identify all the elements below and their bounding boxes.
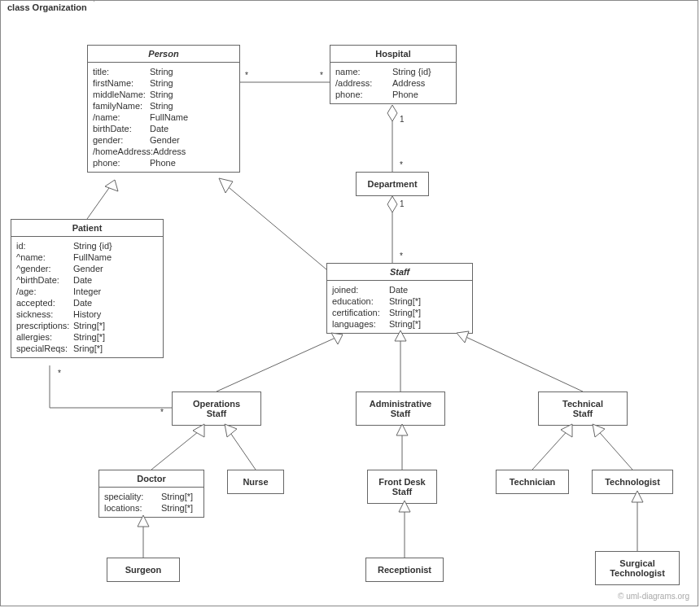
attr-row: /homeAddress:Address	[93, 146, 234, 157]
attr-row: middleName:String	[93, 89, 234, 100]
svg-marker-8	[219, 178, 233, 193]
organization-frame: class Organization Person title:Stringfi…	[0, 0, 698, 606]
class-surgeon: Surgeon	[107, 558, 180, 582]
attr-row: accepted:Date	[16, 297, 158, 308]
class-surgical-technologist: Surgical Technologist	[595, 551, 680, 585]
attr-row: id:String {id}	[16, 240, 158, 252]
svg-line-9	[217, 335, 343, 391]
class-doctor-name: Doctor	[99, 470, 203, 488]
attr-row: ^birthDate:Date	[16, 274, 158, 286]
attr-row: name:String {id}	[335, 66, 451, 77]
attr-row: gender:Gender	[93, 134, 234, 146]
class-technical-staff: Technical Staff	[538, 391, 628, 426]
mult-hospital-dept-bot: *	[400, 160, 403, 169]
attr-row: sickness:History	[16, 308, 158, 320]
svg-line-23	[595, 427, 632, 470]
attr-row: education:String[*]	[332, 295, 467, 307]
mult-hospital-dept-top: 1	[400, 115, 405, 124]
ops-line2: Staff	[176, 409, 257, 418]
admin-line1: Administrative	[360, 399, 441, 409]
attr-row: joined:Date	[332, 284, 467, 295]
attr-row: familyName:String	[93, 100, 234, 112]
tech-line1: Technical	[542, 399, 623, 409]
svg-marker-1	[387, 105, 397, 121]
class-person-name: Person	[88, 46, 239, 63]
mult-patient-ops-left: *	[58, 369, 61, 378]
class-receptionist: Receptionist	[365, 558, 444, 582]
attr-row: title:String	[93, 66, 234, 77]
class-front-desk-staff: Front Desk Staff	[367, 470, 437, 504]
frontdesk-line2: Staff	[371, 487, 433, 496]
svg-marker-24	[593, 424, 605, 437]
mult-dept-staff-bot: *	[400, 252, 403, 260]
attr-row: prescriptions:String[*]	[16, 320, 158, 331]
attr-row: phone:Phone	[93, 157, 234, 168]
attr-row: phone:Phone	[335, 89, 451, 100]
attr-row: /address:Address	[335, 77, 451, 89]
svg-line-21	[532, 427, 571, 470]
class-hospital: Hospital name:String {id}/address:Addres…	[330, 45, 457, 104]
class-hospital-attrs: name:String {id}/address:Addressphone:Ph…	[330, 63, 456, 103]
class-doctor-attrs: speciality:String[*]locations:String[*]	[99, 488, 203, 517]
svg-marker-6	[105, 180, 118, 191]
mult-dept-staff-top: 1	[400, 199, 405, 208]
frontdesk-line1: Front Desk	[371, 477, 433, 487]
class-technician: Technician	[496, 470, 569, 494]
class-person-attrs: title:StringfirstName:StringmiddleName:S…	[88, 63, 239, 172]
class-administrative-staff: Administrative Staff	[356, 391, 445, 426]
attr-row: /age:Integer	[16, 286, 158, 297]
class-patient: Patient id:String {id}^name:FullName^gen…	[11, 219, 164, 358]
ops-line1: Operations	[176, 399, 257, 409]
attr-row: locations:String[*]	[104, 502, 199, 514]
svg-marker-22	[561, 424, 572, 437]
surgtech-line1: Surgical	[599, 558, 676, 568]
attr-row: speciality:String[*]	[104, 491, 199, 502]
mult-person-hospital-left: *	[245, 71, 248, 80]
attr-row: ^name:FullName	[16, 252, 158, 263]
attr-row: allergies:String[*]	[16, 331, 158, 343]
frame-title: class Organization	[0, 0, 94, 14]
admin-line2: Staff	[360, 409, 441, 418]
svg-line-17	[227, 428, 256, 470]
mult-person-hospital-right: *	[320, 71, 323, 80]
attr-row: languages:String[*]	[332, 318, 467, 330]
class-hospital-name: Hospital	[330, 46, 456, 63]
svg-line-7	[225, 184, 326, 269]
class-nurse: Nurse	[227, 470, 284, 494]
attr-row: ^gender:Gender	[16, 263, 158, 274]
mult-patient-ops-right: *	[160, 408, 164, 417]
svg-line-5	[87, 180, 115, 219]
class-doctor: Doctor speciality:String[*]locations:Str…	[98, 470, 204, 518]
class-staff: Staff joined:Dateeducation:String[*]cert…	[326, 263, 473, 334]
svg-marker-3	[387, 196, 397, 212]
svg-line-13	[461, 335, 583, 391]
class-patient-name: Patient	[11, 220, 163, 237]
attr-row: birthDate:Date	[93, 123, 234, 134]
attr-row: firstName:String	[93, 77, 234, 89]
class-staff-attrs: joined:Dateeducation:String[*]certificat…	[327, 281, 472, 333]
class-person: Person title:StringfirstName:Stringmiddl…	[87, 45, 240, 173]
svg-marker-18	[225, 424, 237, 437]
watermark: © uml-diagrams.org	[618, 592, 689, 601]
class-patient-attrs: id:String {id}^name:FullName^gender:Gend…	[11, 237, 163, 357]
svg-marker-16	[193, 424, 204, 437]
attr-row: /name:FullName	[93, 112, 234, 123]
svg-marker-10	[331, 333, 343, 344]
surgtech-line2: Technologist	[599, 568, 676, 578]
class-operations-staff: Operations Staff	[172, 391, 261, 426]
attr-row: specialReqs:Sring[*]	[16, 343, 158, 354]
class-staff-name: Staff	[327, 264, 472, 281]
class-department: Department	[356, 172, 429, 196]
svg-marker-20	[396, 424, 408, 435]
svg-line-15	[151, 428, 203, 470]
class-technologist: Technologist	[592, 470, 673, 494]
attr-row: certification:String[*]	[332, 307, 467, 318]
tech-line2: Staff	[542, 409, 623, 418]
